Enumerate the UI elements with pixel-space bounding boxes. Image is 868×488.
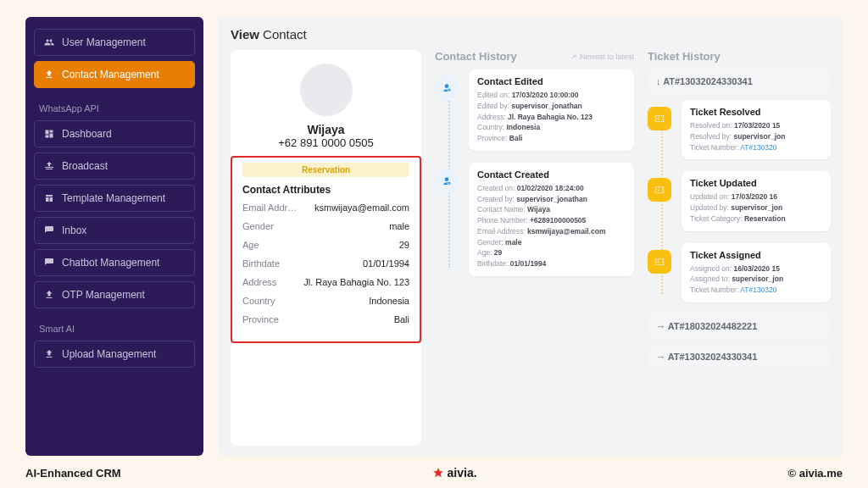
ticket-event-icon	[648, 107, 671, 130]
ticket-history-heading: Ticket History	[648, 50, 721, 63]
contact-history-column: Contact History ↗ Newest to latest Conta…	[435, 50, 634, 446]
contact-card: Wijaya +62 891 0000 0505 Reservation Con…	[231, 50, 421, 446]
sidebar-item-label: Chatbot Management	[62, 257, 159, 269]
timeline-meta: Edited on: 17/03/2020 10:00:00Edited by:…	[477, 90, 626, 144]
menu-icon	[43, 69, 55, 80]
sidebar-item-contact-management[interactable]: Contact Management	[34, 61, 195, 88]
attribute-value: ksmwijaya@email.com	[303, 202, 409, 213]
attribute-value: male	[281, 221, 409, 231]
footer-left: AI-Enhanced CRM	[25, 467, 121, 480]
sidebar-item-user-management[interactable]: User Management	[34, 29, 195, 56]
timeline-item: Ticket UpdatedUpdated on: 17/03/2020 16U…	[682, 171, 831, 230]
sidebar-item-label: Contact Management	[62, 69, 159, 80]
attribute-row: AddressJl. Raya Bahagia No. 123	[242, 277, 409, 287]
sidebar-item-inbox[interactable]: Inbox	[34, 217, 195, 244]
ticket-event-icon	[648, 178, 671, 202]
sidebar-item-dashboard[interactable]: Dashboard	[34, 120, 195, 147]
attribute-row: Age29	[242, 240, 409, 250]
attribute-value: Jl. Raya Bahagia No. 123	[283, 277, 409, 287]
sidebar-heading: Smart AI	[34, 319, 195, 336]
menu-icon	[43, 36, 55, 48]
attribute-label: Country	[242, 296, 275, 306]
sidebar: User ManagementContact ManagementWhatsAp…	[25, 17, 203, 456]
attribute-row: CountryIndonesia	[242, 296, 409, 306]
attribute-label: Gender	[242, 221, 274, 231]
attribute-row: Email Addr…ksmwijaya@email.com	[242, 202, 409, 213]
page-title-rest: Contact	[263, 27, 307, 42]
attribute-row: ProvinceBali	[242, 314, 409, 324]
sidebar-item-otp-management[interactable]: OTP Management	[34, 281, 195, 308]
page-title: View Contact	[231, 27, 831, 42]
timeline-title: Contact Created	[477, 169, 626, 180]
footer-right: © aivia.me	[787, 467, 843, 480]
attribute-value: 29	[266, 240, 409, 250]
ticket-event-icon	[648, 250, 671, 274]
menu-icon	[43, 257, 55, 269]
ticket-ref-row[interactable]: → AT#13032024330341	[648, 345, 831, 369]
attribute-label: Age	[242, 240, 259, 250]
contact-attributes-heading: Contact Attributes	[242, 184, 409, 196]
timeline-item: Contact EditedEdited on: 17/03/2020 10:0…	[469, 69, 634, 151]
ticket-ref-row[interactable]: → AT#18032024482221	[648, 314, 831, 338]
menu-icon	[43, 348, 55, 360]
timeline-meta: Assigned on: 16/03/2020 15Assigned to: s…	[690, 263, 822, 296]
menu-icon	[43, 160, 55, 172]
reservation-badge: Reservation	[242, 163, 409, 177]
timeline-title: Ticket Assigned	[690, 250, 822, 260]
attribute-label: Address	[242, 277, 276, 287]
contact-event-icon	[435, 76, 459, 100]
sidebar-item-template-management[interactable]: Template Management	[34, 185, 195, 212]
menu-icon	[43, 128, 55, 140]
footer-logo: aivia.	[432, 466, 477, 480]
sidebar-item-label: Upload Management	[62, 348, 156, 360]
timeline-item: Ticket ResolvedResolved on: 17/03/2020 1…	[682, 100, 831, 159]
attribute-value: Indonesia	[282, 296, 409, 306]
menu-icon	[43, 289, 55, 301]
timeline-meta: Resolved on: 17/03/2020 15Resolved by: s…	[690, 120, 822, 152]
sort-toggle[interactable]: ↗ Newest to latest	[570, 53, 634, 61]
menu-icon	[43, 192, 55, 204]
sidebar-item-upload-management[interactable]: Upload Management	[34, 341, 195, 368]
ticket-history-column: Ticket History ↓ AT#13032024330341 Ticke…	[648, 50, 831, 446]
attribute-row: Birthdate01/01/1994	[242, 258, 409, 269]
timeline-meta: Created on: 01/02/2020 18:24:00Created b…	[477, 183, 626, 269]
footer: AI-Enhanced CRM aivia. © aivia.me	[25, 456, 843, 480]
attribute-row: Gendermale	[242, 221, 409, 231]
main-panel: View Contact Wijaya +62 891 0000 0505 Re…	[219, 17, 843, 456]
attribute-label: Email Addr…	[242, 202, 297, 213]
sidebar-item-label: Inbox	[62, 225, 86, 236]
attribute-value: 01/01/1994	[287, 258, 409, 269]
avatar	[300, 64, 353, 116]
menu-icon	[43, 225, 55, 236]
timeline-item: Contact CreatedCreated on: 01/02/2020 18…	[469, 163, 634, 276]
attribute-label: Birthdate	[242, 258, 280, 269]
contact-phone: +62 891 0000 0505	[278, 136, 373, 149]
sidebar-item-broadcast[interactable]: Broadcast	[34, 152, 195, 180]
page-title-bold: View	[231, 27, 259, 42]
attribute-value: Bali	[286, 314, 409, 324]
timeline-title: Ticket Updated	[690, 178, 822, 188]
sidebar-heading: WhatsApp API	[34, 98, 195, 115]
ticket-ref-top[interactable]: ↓ AT#13032024330341	[648, 69, 831, 93]
logo-icon	[432, 467, 444, 479]
sidebar-item-label: OTP Management	[62, 289, 145, 301]
sidebar-item-label: Dashboard	[62, 128, 112, 140]
timeline-item: Ticket AssignedAssigned on: 16/03/2020 1…	[682, 243, 831, 302]
sidebar-item-label: Broadcast	[62, 160, 108, 172]
contact-attributes-highlight: Reservation Contact Attributes Email Add…	[231, 156, 421, 343]
sidebar-item-chatbot-management[interactable]: Chatbot Management	[34, 249, 195, 276]
contact-event-icon	[435, 169, 459, 193]
timeline-meta: Updated on: 17/03/2020 16Updated by: sup…	[690, 191, 822, 224]
timeline-title: Contact Edited	[477, 76, 626, 86]
sidebar-item-label: User Management	[62, 36, 146, 48]
sidebar-item-label: Template Management	[62, 192, 165, 204]
contact-history-heading: Contact History	[435, 50, 517, 63]
timeline-title: Ticket Resolved	[690, 107, 822, 117]
attribute-label: Province	[242, 314, 279, 324]
contact-name: Wijaya	[307, 123, 344, 136]
